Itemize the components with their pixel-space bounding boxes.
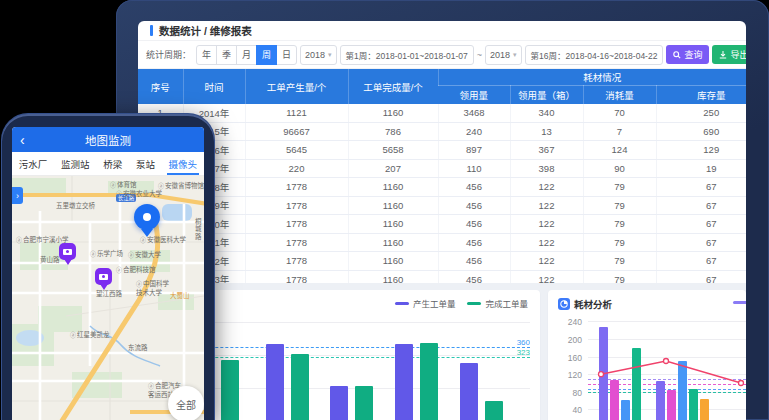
chevron-down-icon: ▾ — [513, 51, 517, 59]
sub-col-header: 领用量 — [438, 86, 510, 105]
reference-line — [160, 357, 530, 358]
poi-icon: ⓐ — [116, 191, 122, 199]
camera-marker-2[interactable] — [95, 268, 112, 285]
table-cell: 79 — [583, 215, 656, 234]
bar-completed — [291, 354, 309, 420]
table-cell: 456 — [438, 196, 510, 215]
table-cell: 5645 — [245, 141, 348, 160]
table-cell: 1121 — [245, 104, 348, 122]
table-cell: 79 — [583, 233, 656, 252]
table-cell: 1778 — [245, 252, 348, 271]
table-cell: 398 — [510, 159, 583, 178]
table-cell: 786 — [348, 122, 438, 141]
breadcrumb-accent-bar — [150, 25, 153, 36]
phone-screen: ‹ 地图监测 污水厂监测站桥梁泵站摄像头 — [12, 127, 204, 420]
map-expand-button[interactable]: › — [12, 187, 23, 204]
table-cell: 122 — [510, 215, 583, 234]
poi-icon: ⓐ — [158, 183, 164, 191]
breadcrumb-bar: 数据统计 / 维修报表 — [138, 21, 746, 41]
table-cell: 1778 — [245, 196, 348, 215]
trend-line — [588, 318, 746, 420]
query-button[interactable]: 查询 — [666, 45, 709, 64]
phone-tab-3[interactable]: 桥梁 — [101, 152, 124, 175]
period-option-1[interactable]: 年 — [196, 45, 217, 65]
table-cell: 19 — [656, 159, 746, 178]
table-cell: 96667 — [245, 122, 348, 141]
table-cell: 13 — [510, 122, 583, 141]
table-row: 22015年96667786240137690 — [138, 122, 746, 141]
selected-camera-pin[interactable] — [134, 204, 160, 230]
map-label: 桐城路 — [193, 218, 201, 241]
map-view[interactable]: 长江路 › 全部 ⓐ体育馆ⓐ安徽农业大学ⓐ安徽省博物馆五里墩立交桥ⓐ安徽医科大学… — [12, 176, 204, 420]
poi-icon: ⓐ — [70, 332, 76, 340]
bar-completed — [485, 401, 503, 420]
table-cell: 456 — [438, 252, 510, 271]
table-cell: 220 — [245, 159, 348, 178]
poi-icon: ⓐ — [148, 383, 154, 391]
map-label: 五里墩立交桥 — [56, 202, 95, 210]
reference-line-label: 323 — [517, 348, 530, 357]
legend-swatch-completed — [467, 302, 481, 305]
week-start-picker[interactable]: 第1周：2018-01-01~2018-01-07 — [340, 45, 474, 65]
table-cell: 1160 — [348, 252, 438, 271]
col-header: 工单完成量/个 — [348, 69, 438, 104]
table-cell: 67 — [656, 233, 746, 252]
year-end-select[interactable]: 2018 ▾ — [485, 45, 522, 65]
bar-completed — [420, 343, 438, 420]
map-label: ⓐ中国科学 技术大学 — [136, 280, 169, 297]
camera-icon — [99, 274, 108, 280]
phone-tab-5[interactable]: 摄像头 — [167, 152, 200, 175]
table-cell: 690 — [656, 122, 746, 141]
map-label: ⓐ安徽医科大学 — [140, 236, 186, 245]
period-option-3[interactable]: 月 — [236, 45, 257, 65]
poi-icon: ⓐ — [90, 251, 96, 259]
table-cell: 90 — [583, 159, 656, 178]
table-row: 52018年177811604561227967 — [138, 178, 746, 197]
week-end-picker[interactable]: 第16周：2018-04-16~2018-04-22 — [525, 45, 664, 65]
year-start-select[interactable]: 2018 ▾ — [300, 45, 337, 65]
table-cell: 1778 — [245, 215, 348, 234]
table-cell: 79 — [583, 178, 656, 197]
table-cell: 122 — [510, 178, 583, 197]
table-cell: 456 — [438, 215, 510, 234]
table-row: 12014年11211160346834070250 — [138, 104, 746, 122]
y-axis-tick: 40 — [554, 405, 582, 415]
bar-generated — [395, 344, 413, 420]
table-cell: 7 — [583, 122, 656, 141]
period-option-4[interactable]: 周 — [256, 45, 277, 65]
reference-line-label: 360 — [517, 338, 530, 347]
y-axis-tick: 160 — [554, 353, 582, 363]
map-label: 大蜀山 — [170, 292, 190, 300]
col-header: 工单产生量/个 — [245, 69, 348, 104]
bar-generated — [330, 386, 348, 420]
table-cell: 3468 — [438, 104, 510, 122]
bar-generated — [266, 344, 284, 420]
table-cell: 110 — [438, 159, 510, 178]
map-all-button[interactable]: 全部 — [168, 386, 204, 420]
table-row: 82021年177811604561227967 — [138, 233, 746, 252]
phone-tab-1[interactable]: 污水厂 — [17, 152, 50, 175]
legend-item-generated[interactable]: 产生工单量 — [395, 297, 456, 309]
period-option-2[interactable]: 季 — [216, 45, 237, 65]
phone-tab-2[interactable]: 监测站 — [59, 152, 92, 175]
poi-icon: ⓐ — [140, 237, 146, 245]
export-excel-button[interactable]: 导出Excel — [712, 45, 746, 64]
period-option-5[interactable]: 日 — [276, 45, 297, 65]
legend-item-completed[interactable]: 完成工单量 — [467, 297, 528, 309]
table-row: 42017年2202071103989019 — [138, 159, 746, 178]
sub-col-header: 消耗量 — [583, 86, 656, 105]
table-cell: 1160 — [348, 196, 438, 215]
table-cell: 5658 — [348, 141, 438, 160]
phone-tab-4[interactable]: 泵站 — [134, 152, 157, 175]
y-axis-tick: 120 — [554, 370, 582, 380]
consumable-plot — [588, 318, 746, 420]
poi-icon: ⓐ — [128, 252, 134, 260]
camera-marker-1[interactable] — [59, 243, 76, 260]
phone-frame: ‹ 地图监测 污水厂监测站桥梁泵站摄像头 — [2, 114, 214, 420]
table-cell: 67 — [656, 178, 746, 197]
table-cell: 1160 — [348, 104, 438, 122]
search-icon — [673, 51, 681, 59]
reference-line — [160, 347, 530, 348]
back-icon[interactable]: ‹ — [20, 133, 25, 147]
consumable-chart-card: 耗材分析 2402001601208040 — [548, 290, 746, 420]
